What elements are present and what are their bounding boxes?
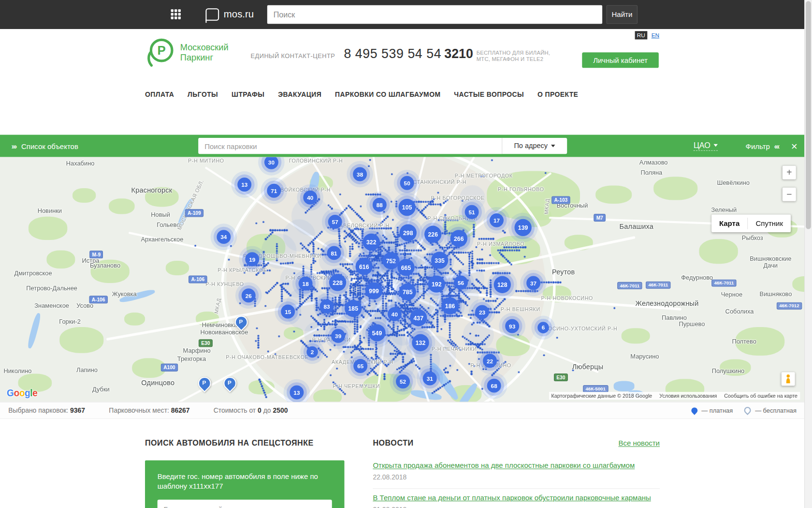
search-mode-dropdown[interactable]: По адресу: [502, 138, 567, 154]
map-cluster-marker[interactable]: 13: [237, 178, 251, 192]
report-error-link[interactable]: Сообщить об ошибке на карте: [724, 393, 798, 399]
district-dropdown[interactable]: ЦАО: [694, 141, 718, 150]
road-badge: А-106: [89, 296, 107, 303]
map-label: Дмитровское: [14, 269, 52, 277]
map-cluster-marker[interactable]: 93: [505, 319, 519, 333]
map-cluster-marker[interactable]: 19: [245, 252, 259, 266]
map-cluster-marker[interactable]: 322: [363, 234, 380, 251]
personal-account-button[interactable]: Личный кабинет: [582, 52, 659, 68]
nav-item-lgoty[interactable]: ЛЬГОТЫ: [188, 91, 218, 99]
parking-logo-icon: Р: [144, 37, 176, 69]
map-cluster-marker[interactable]: 228: [329, 274, 346, 291]
map-cluster-marker[interactable]: 999: [365, 282, 382, 299]
mosru-logo[interactable]: mos.ru: [205, 8, 254, 21]
vertical-scrollbar[interactable]: [804, 0, 812, 508]
parking-logo-text: Московский Паркинг: [180, 43, 229, 63]
parking-logo[interactable]: Р Московский Паркинг: [144, 37, 229, 69]
main-nav: ОПЛАТА ЛЬГОТЫ ШТРАФЫ ЭВАКУАЦИЯ ПАРКОВКИ …: [0, 83, 812, 106]
road-badge: 46К-7011: [617, 282, 642, 289]
map-cluster-marker[interactable]: 266: [450, 230, 467, 247]
terms-link[interactable]: Условия использования: [659, 393, 717, 399]
nav-item-evakuaciya[interactable]: ЭВАКУАЦИЯ: [278, 91, 321, 99]
site-search-button[interactable]: Найти: [607, 5, 638, 24]
map-type-satellite-button[interactable]: Спутник: [748, 215, 791, 232]
map-cluster-marker[interactable]: 22: [483, 354, 497, 368]
map-cluster-marker[interactable]: 752: [382, 252, 399, 269]
news-link[interactable]: Открыта продажа абонементов на две плоск…: [373, 461, 660, 470]
map-label: Красногорск: [131, 186, 173, 194]
map-cluster-marker[interactable]: 6: [537, 322, 549, 333]
news-link[interactable]: В Теплом стане на деньги от платных парк…: [373, 493, 660, 502]
nav-item-parkovki[interactable]: ПАРКОВКИ СО ШЛАГБАУМОМ: [335, 91, 440, 99]
map-cluster-marker[interactable]: 616: [356, 258, 373, 275]
map-cluster-marker[interactable]: 88: [373, 198, 387, 212]
site-search-input[interactable]: [267, 5, 602, 24]
apps-grid-icon[interactable]: [171, 9, 181, 19]
map-cluster-marker[interactable]: 549: [368, 324, 385, 341]
nav-item-shtrafy[interactable]: ШТРАФЫ: [232, 91, 264, 99]
map-cluster-marker[interactable]: 17: [490, 213, 504, 227]
map-label: ГОЛОВИНСКИЙ Р-Н: [289, 158, 343, 164]
map-cluster-marker[interactable]: 186: [441, 297, 458, 314]
google-logo-letter: o: [19, 388, 25, 398]
map-label: Рыбхоз: [742, 234, 763, 241]
map-cluster-marker[interactable]: 132: [412, 334, 429, 351]
nav-item-voprosy[interactable]: ЧАСТЫЕ ВОПРОСЫ: [454, 91, 524, 99]
map-cluster-marker[interactable]: 18: [299, 277, 313, 291]
map-cluster-marker[interactable]: 50: [400, 176, 414, 190]
map-cluster-marker[interactable]: 83: [320, 299, 334, 314]
map-cluster-marker[interactable]: 37: [526, 276, 540, 290]
map-cluster-marker[interactable]: 437: [410, 309, 427, 326]
mosru-bubble-icon: [205, 8, 219, 21]
map-cluster-marker[interactable]: 298: [400, 224, 417, 241]
map-cluster-marker[interactable]: 13: [290, 386, 304, 400]
zoom-out-button[interactable]: −: [783, 188, 796, 201]
car-plate-input[interactable]: [158, 500, 332, 508]
map-cluster-marker[interactable]: 65: [353, 359, 367, 373]
map-cluster-marker[interactable]: 34: [217, 230, 231, 244]
map-cluster-marker[interactable]: 335: [431, 252, 448, 269]
google-map[interactable]: + − Карта Спутник Google Картографически…: [0, 157, 812, 402]
road-badge: 46К-7011: [711, 280, 736, 287]
filter-toggle[interactable]: Фильтр ‹‹‹: [746, 142, 779, 150]
map-cluster-marker[interactable]: 785: [399, 284, 416, 300]
all-news-link[interactable]: Все новости: [618, 439, 660, 448]
map-type-map-button[interactable]: Карта: [711, 215, 747, 232]
nav-item-oplata[interactable]: ОПЛАТА: [145, 91, 174, 99]
lang-en-button[interactable]: EN: [652, 32, 659, 38]
map-cluster-marker[interactable]: 226: [424, 226, 441, 243]
map-cluster-marker[interactable]: 68: [487, 379, 501, 393]
map-cluster-marker[interactable]: 192: [428, 275, 445, 292]
object-list-toggle[interactable]: ››› Список объектов: [12, 142, 78, 150]
close-map-button[interactable]: ×: [791, 140, 798, 151]
map-cluster-marker[interactable]: 39: [331, 329, 345, 343]
map-label: Федурново: [681, 274, 713, 281]
toolbar-right: ЦАО Фильтр ‹‹‹ ×: [694, 140, 798, 151]
map-cluster-marker[interactable]: 31: [423, 372, 437, 386]
scrollbar-thumb[interactable]: [806, 1, 811, 229]
map-cluster-marker[interactable]: 15: [281, 304, 295, 318]
nav-item-o-proekte[interactable]: О ПРОЕКТЕ: [537, 91, 578, 99]
pegman-button[interactable]: [782, 372, 795, 386]
map-cluster-marker[interactable]: 23: [475, 305, 489, 319]
map-cluster-marker[interactable]: 665: [397, 259, 414, 276]
map-cluster-marker[interactable]: 139: [514, 219, 531, 236]
map-cluster-marker[interactable]: 185: [345, 300, 362, 317]
google-logo[interactable]: Google: [7, 388, 37, 399]
map-cluster-marker[interactable]: 2: [306, 346, 318, 358]
map-cluster-marker[interactable]: 52: [396, 374, 410, 388]
map-cluster-marker[interactable]: 81: [327, 246, 341, 260]
parking-search-input[interactable]: [198, 138, 502, 154]
map-cluster-marker[interactable]: 57: [328, 215, 342, 229]
lang-ru-button[interactable]: RU: [635, 31, 648, 39]
map-cluster-marker[interactable]: 56: [454, 275, 468, 289]
map-cluster-marker[interactable]: 40: [303, 191, 317, 205]
map-cluster-marker[interactable]: 128: [494, 276, 511, 293]
map-cluster-marker[interactable]: 105: [398, 199, 415, 216]
zoom-in-button[interactable]: +: [783, 166, 796, 179]
map-cluster-marker[interactable]: 71: [267, 184, 281, 198]
map-cluster-marker[interactable]: 26: [242, 288, 256, 302]
map-cluster-marker[interactable]: 38: [353, 167, 367, 181]
map-cluster-marker[interactable]: 40: [388, 307, 402, 321]
map-cluster-marker[interactable]: 51: [465, 205, 479, 219]
